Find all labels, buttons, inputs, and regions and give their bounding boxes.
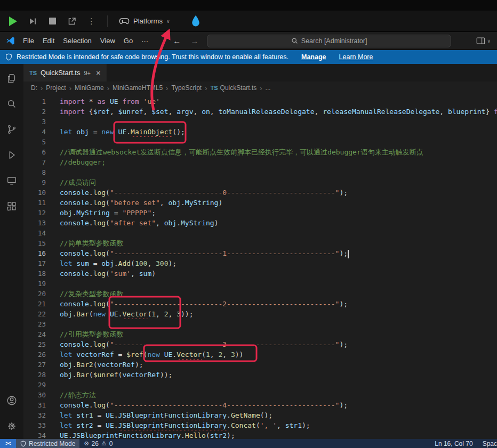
code-line-15[interactable]: 15//简单类型参数函数	[23, 238, 497, 248]
code-line-12[interactable]: 12obj.MyString = "PPPPP";	[23, 208, 497, 218]
menu-more[interactable]: ···	[137, 32, 153, 50]
line-number: 34	[23, 430, 60, 439]
line-number: 15	[23, 238, 60, 248]
breadcrumb-item[interactable]: MiniGame	[75, 84, 104, 92]
unreal-title-strip	[0, 0, 497, 11]
code-area[interactable]: 1import * as UE from 'ue'2import {$ref, …	[23, 94, 497, 439]
play-options-button[interactable]: ⋮	[85, 14, 98, 28]
problems-status[interactable]: ⊗ 26 ⚠ 0	[79, 439, 117, 448]
code-line-18[interactable]: 18console.log('sum', sum)	[23, 268, 497, 279]
cursor-position-status[interactable]: Ln 16, Col 70	[435, 440, 472, 447]
line-content: //引用类型参数函数	[60, 329, 124, 339]
code-line-14[interactable]: 14	[23, 228, 497, 238]
manage-link[interactable]: Manage	[301, 53, 326, 61]
menu-view[interactable]: View	[96, 32, 119, 50]
line-content: obj.Bar($unref(vectorRef));	[60, 370, 172, 380]
settings-gear-icon[interactable]	[0, 413, 23, 439]
platforms-dropdown[interactable]: Platforms ∨	[117, 17, 172, 25]
command-center-search[interactable]: Search [Administrator]	[207, 35, 451, 47]
line-number: 29	[23, 380, 60, 390]
indentation-status[interactable]: Spaces: 4	[483, 440, 497, 447]
learn-more-link[interactable]: Learn More	[339, 53, 373, 61]
code-line-6[interactable]: 6//调试器通过websocket发送断点信息，可能断点生效前脚本已经执行完毕，…	[23, 147, 497, 157]
line-content: console.log("--------------------------3…	[60, 339, 348, 349]
menu-selection[interactable]: Selection	[59, 32, 95, 50]
code-line-34[interactable]: 34UE.JSBlueprintFunctionLibrary.Hello(st…	[23, 430, 497, 439]
unreal-toolbar: ⋮ Platforms ∨	[0, 11, 497, 32]
code-line-17[interactable]: 17let sum = obj.Add(100, 300);	[23, 258, 497, 268]
remote-explorer-icon[interactable]	[0, 168, 23, 193]
code-line-28[interactable]: 28obj.Bar($unref(vectorRef));	[23, 370, 497, 380]
code-line-32[interactable]: 32let str1 = UE.JSBlueprintFunctionLibra…	[23, 410, 497, 420]
code-line-22[interactable]: 22obj.Bar(new UE.Vector(1, 2, 3));	[23, 309, 497, 319]
workbench: TS QuickStart.ts 9+ × D:›Project›MiniGam…	[0, 64, 497, 439]
code-line-20[interactable]: 20//复杂类型参数函数	[23, 289, 497, 299]
menu-go[interactable]: Go	[119, 32, 137, 50]
code-line-13[interactable]: 13console.log("after set", obj.MyString)	[23, 218, 497, 228]
shield-icon	[20, 441, 26, 447]
remote-indicator[interactable]: ><	[0, 439, 16, 448]
restricted-mode-status[interactable]: Restricted Mode	[16, 439, 79, 448]
play-button[interactable]	[6, 14, 19, 28]
puerts-plugin-button[interactable]	[191, 14, 201, 28]
close-icon[interactable]: ×	[96, 68, 101, 77]
source-control-icon[interactable]	[0, 117, 23, 142]
launch-button[interactable]	[66, 14, 78, 28]
breadcrumb-item[interactable]: D:	[31, 84, 37, 92]
code-line-7[interactable]: 7//debugger;	[23, 157, 497, 167]
warning-count: 0	[109, 440, 113, 447]
forward-arrow-icon[interactable]: →	[190, 36, 198, 45]
breadcrumb-item[interactable]: ...	[266, 84, 271, 92]
tab-quickstart[interactable]: TS QuickStart.ts 9+ ×	[23, 64, 107, 82]
menu-file[interactable]: File	[19, 32, 38, 50]
error-count: 26	[92, 440, 99, 447]
code-line-10[interactable]: 10console.log("-------------------------…	[23, 188, 497, 198]
line-content: //静态方法	[60, 390, 96, 400]
extensions-icon[interactable]	[0, 193, 23, 219]
breadcrumb-item[interactable]: MiniGameHTML5	[113, 84, 163, 92]
back-arrow-icon[interactable]: ←	[173, 36, 181, 45]
code-line-5[interactable]: 5	[23, 137, 497, 147]
line-number: 7	[23, 157, 60, 167]
line-content: //成员访问	[60, 177, 96, 188]
breadcrumb-separator: ›	[41, 84, 43, 92]
vscode-window: ⋮ Platforms ∨ FileEditSelectionViewGo···…	[0, 0, 497, 448]
code-line-16[interactable]: 16console.log("-------------------------…	[23, 248, 497, 258]
code-line-9[interactable]: 9//成员访问	[23, 177, 497, 188]
code-line-25[interactable]: 25console.log("-------------------------…	[23, 339, 497, 349]
code-line-1[interactable]: 1import * as UE from 'ue'	[23, 96, 497, 107]
code-line-26[interactable]: 26let vectorRef = $ref(new UE.Vector(1, …	[23, 349, 497, 360]
code-line-3[interactable]: 3	[23, 117, 497, 127]
layout-toggle-button[interactable]: ∨	[476, 37, 493, 45]
code-line-11[interactable]: 11console.log("before set", obj.MyString…	[23, 198, 497, 208]
breadcrumb-item[interactable]: Project	[46, 84, 66, 92]
line-number: 26	[23, 349, 60, 360]
menu-edit[interactable]: Edit	[38, 32, 59, 50]
code-line-30[interactable]: 30//静态方法	[23, 390, 497, 400]
code-line-8[interactable]: 8	[23, 167, 497, 177]
run-debug-icon[interactable]	[0, 142, 23, 168]
code-line-2[interactable]: 2import {$ref, $unref, $set, argv, on, t…	[23, 107, 497, 117]
stop-button[interactable]	[46, 14, 59, 28]
explorer-icon[interactable]	[0, 66, 23, 91]
code-line-29[interactable]: 29	[23, 380, 497, 390]
code-line-4[interactable]: 4let obj = new UE.MainObject();	[23, 127, 497, 137]
account-icon[interactable]	[0, 388, 23, 413]
line-number: 19	[23, 279, 60, 289]
code-line-27[interactable]: 27obj.Bar2(vectorRef);	[23, 360, 497, 370]
line-content: console.log("--------------------------0…	[60, 188, 348, 198]
line-content: //简单类型参数函数	[60, 238, 124, 248]
code-line-21[interactable]: 21console.log("-------------------------…	[23, 299, 497, 309]
code-line-33[interactable]: 33let str2 = UE.JSBlueprintFunctionLibra…	[23, 420, 497, 430]
code-line-24[interactable]: 24//引用类型参数函数	[23, 329, 497, 339]
code-line-31[interactable]: 31console.log("-------------------------…	[23, 400, 497, 410]
code-line-19[interactable]: 19	[23, 279, 497, 289]
search-icon[interactable]	[0, 91, 23, 117]
skip-frame-button[interactable]	[26, 14, 39, 28]
line-content: UE.JSBlueprintFunctionLibrary.Hello(str2…	[60, 430, 235, 439]
code-line-23[interactable]: 23	[23, 319, 497, 329]
line-number: 22	[23, 309, 60, 319]
stop-icon	[49, 18, 56, 25]
breadcrumb-item[interactable]: TypeScript	[171, 84, 202, 92]
breadcrumb-item[interactable]: TSQuickStart.ts	[211, 84, 257, 92]
